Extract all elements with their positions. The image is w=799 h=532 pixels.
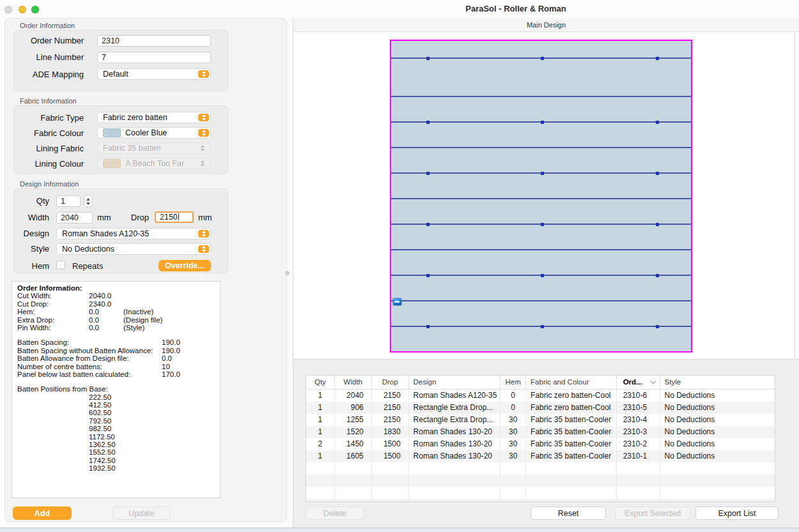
batten-marker [541,57,544,60]
style-value: No Deductions [62,245,114,254]
fabric-colour-label: Fabric Colour [13,128,84,138]
close-window-icon[interactable] [4,6,12,13]
desktop-strip [0,528,799,532]
width-label: Width [13,213,49,222]
minimize-window-icon[interactable] [19,6,26,13]
batten-marker [426,57,430,60]
table-cell: 1 [306,426,335,438]
table-cell: No Deductions [660,390,775,402]
splitter-handle[interactable] [285,271,290,275]
col-header-hem[interactable]: Hem [500,376,526,389]
batten-position-value: 792.50 [17,417,220,425]
col-header-order-label: Ord... [623,376,642,389]
batten-position-value: 1742.50 [17,457,220,464]
batten-position-value: 1172.50 [17,433,220,441]
table-empty-row [306,462,775,475]
fabric-colour-dropdown[interactable]: Cooler Blue [97,127,211,139]
table-cell: 1 [306,390,335,402]
col-header-drop[interactable]: Drop [372,376,409,389]
drop-unit: mm [198,213,212,222]
table-cell [372,487,409,499]
zoom-window-icon[interactable] [31,6,39,13]
blue-flag-icon[interactable] [393,298,401,305]
table-cell: 2150 [372,402,409,414]
table-body: 120402150Roman Shades A120-350Fabric zer… [306,390,775,502]
qty-stepper[interactable] [84,195,93,208]
table-cell [500,462,526,475]
override-button[interactable]: Override... [159,260,211,271]
table-empty-row [306,487,775,499]
order-number-field[interactable]: 2310 [97,35,211,47]
table-cell [409,487,501,499]
batten-line [391,172,691,174]
stepper-up-icon[interactable] [86,198,90,201]
lining-fabric-value: Fabric 35 batten [103,144,160,153]
add-button[interactable]: Add [13,506,72,520]
main-design-title: Main Design [293,21,799,29]
table-cell: 1 [306,450,335,462]
table-row[interactable]: 120402150Roman Shades A120-350Fabric zer… [306,390,775,402]
fabric-type-label: Fabric Type [13,113,84,123]
details-row: Extra Drop:0.0(Design file) [17,316,220,324]
batten-position-value: 982.50 [17,425,220,432]
design-rectangle[interactable] [390,40,692,353]
table-row[interactable]: 112552150Rectangle Extra Drop...30Fabric… [306,414,775,426]
table-row[interactable]: 214501500Roman Shades 130-2030Fabric 35 … [306,438,775,450]
batten-line [391,224,691,225]
batten-position-value: 412.50 [17,401,220,409]
style-dropdown[interactable]: No Deductions [56,243,211,255]
table-cell [660,499,775,502]
ade-mapping-dropdown[interactable]: Default [97,68,211,80]
table-cell: 2310-1 [617,450,660,462]
batten-marker [656,223,659,226]
design-value: Roman Shades A120-35 [62,229,149,238]
table-cell: No Deductions [660,402,775,414]
fabric-type-dropdown[interactable]: Fabric zero batten [97,112,211,123]
col-header-style[interactable]: Style [660,376,775,389]
table-cell: 2040 [335,390,372,402]
table-cell [500,487,526,499]
col-header-width[interactable]: Width [335,376,372,389]
lining-fabric-label: Lining Fabric [13,144,84,153]
table-cell: 2 [306,438,335,450]
table-cell: 2150 [372,414,409,426]
col-header-design[interactable]: Design [409,376,501,389]
popup-chevrons-icon [198,230,209,238]
reset-button[interactable]: Reset [531,506,606,520]
table-row[interactable]: 19062150Rectangle Extra Drop...0Fabric z… [306,402,775,414]
export-list-button[interactable]: Export List [695,506,779,520]
batten-positions-title: Batten Positions from Base: [17,385,220,393]
width-unit: mm [97,213,111,222]
table-row[interactable]: 115201830Roman Shades 130-2030Fabric 35 … [306,426,775,438]
order-info-section-label: Order Information [20,22,75,29]
panel-splitter[interactable] [287,18,293,528]
col-header-qty[interactable]: Qty [306,376,335,389]
table-cell [500,475,526,487]
table-cell [617,487,660,499]
drop-field[interactable]: 2150 [155,211,194,223]
table-cell: Roman Shades 130-20 [409,426,501,438]
stepper-down-icon[interactable] [86,202,90,205]
table-cell [526,499,617,502]
table-cell: 1830 [372,426,409,438]
table-cell: Rectangle Extra Drop... [409,414,501,426]
hem-checkbox[interactable] [56,261,65,270]
table-empty-row [306,475,775,487]
batten-marker [426,325,430,328]
col-header-fabric[interactable]: Fabric and Colour [526,376,617,389]
repeats-label: Repeats [72,261,103,271]
popup-chevrons-icon [198,129,209,137]
col-header-order[interactable]: Ord... [617,376,660,389]
width-field[interactable]: 2040 [56,212,93,224]
table-cell [306,487,335,499]
table-cell [660,462,775,475]
sort-chevron-down-icon [650,379,655,384]
design-dropdown[interactable]: Roman Shades A120-35 [56,228,211,239]
table-row[interactable]: 116051500Roman Shades 130-2030Fabric 35 … [306,450,775,462]
table-cell [306,462,335,475]
qty-field[interactable]: 1 [56,195,81,207]
order-details-box[interactable]: Order Information: Cut Width:2040.0Cut D… [12,281,221,498]
table-cell: No Deductions [660,450,775,462]
qty-label: Qty [13,196,49,206]
line-number-field[interactable]: 7 [97,52,211,63]
